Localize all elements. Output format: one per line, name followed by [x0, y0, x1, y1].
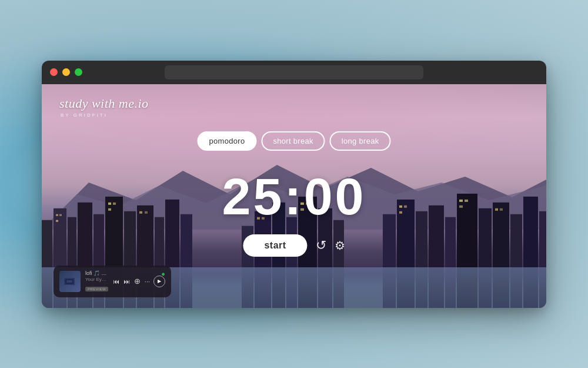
title-bar [42, 61, 546, 84]
close-button[interactable] [50, 68, 58, 76]
svg-rect-45 [404, 205, 407, 207]
svg-rect-44 [399, 205, 402, 207]
svg-rect-14 [59, 214, 62, 216]
timer-controls: start ↺ ⚙ [243, 234, 345, 257]
svg-rect-15 [56, 220, 58, 221]
svg-rect-17 [113, 202, 116, 204]
svg-rect-13 [56, 214, 58, 216]
svg-rect-46 [399, 211, 402, 213]
url-bar[interactable] [165, 65, 423, 79]
svg-rect-54 [66, 280, 72, 283]
logo-area: study with me.io BY GRIDFITI [59, 96, 149, 118]
track-title: lofi 🎵 for study, chill, and m... [85, 270, 108, 276]
svg-rect-50 [495, 208, 498, 210]
more-button[interactable]: ··· [144, 277, 151, 286]
svg-rect-47 [459, 199, 463, 201]
reset-button[interactable]: ↺ [316, 238, 326, 253]
tab-long-break[interactable]: long break [330, 131, 391, 151]
svg-rect-16 [108, 202, 111, 204]
browser-window: study with me.io BY GRIDFITI pomodoro sh… [42, 61, 546, 308]
play-button[interactable]: ▶ [153, 276, 165, 287]
tab-short-break[interactable]: short break [261, 131, 325, 151]
track-artist: Your Eyes • Joey Pecoraro [85, 277, 108, 282]
timer-tabs: pomodoro short break long break [197, 131, 390, 151]
reset-icon: ↺ [316, 238, 326, 253]
content-area: study with me.io BY GRIDFITI pomodoro sh… [42, 84, 546, 308]
spotify-icon: ● [161, 270, 165, 277]
maximize-button[interactable] [75, 68, 82, 76]
svg-rect-49 [459, 205, 463, 207]
minimize-button[interactable] [62, 68, 70, 76]
next-button[interactable]: ⏭ [123, 277, 131, 286]
svg-rect-48 [465, 199, 468, 201]
album-art [59, 271, 81, 292]
start-button[interactable]: start [243, 234, 307, 257]
settings-icon: ⚙ [335, 238, 345, 253]
player-controls: ⏮ ⏭ ⊕ ··· ▶ [112, 276, 165, 287]
svg-rect-20 [145, 211, 148, 213]
svg-rect-18 [108, 208, 111, 210]
app-subtitle: BY GRIDFITI [59, 112, 149, 118]
preview-badge: PREVIEW [85, 287, 108, 291]
app-logo: study with me.io [59, 96, 149, 111]
tab-pomodoro[interactable]: pomodoro [197, 131, 256, 151]
prev-button[interactable]: ⏮ [112, 277, 120, 286]
svg-rect-51 [500, 208, 503, 210]
svg-rect-19 [139, 211, 142, 213]
settings-button[interactable]: ⚙ [335, 238, 345, 253]
music-player: lofi 🎵 for study, chill, and m... Your E… [54, 266, 171, 297]
track-info: lofi 🎵 for study, chill, and m... Your E… [85, 270, 108, 293]
add-button[interactable]: ⊕ [133, 276, 141, 286]
timer-display: 25:00 [222, 167, 366, 227]
